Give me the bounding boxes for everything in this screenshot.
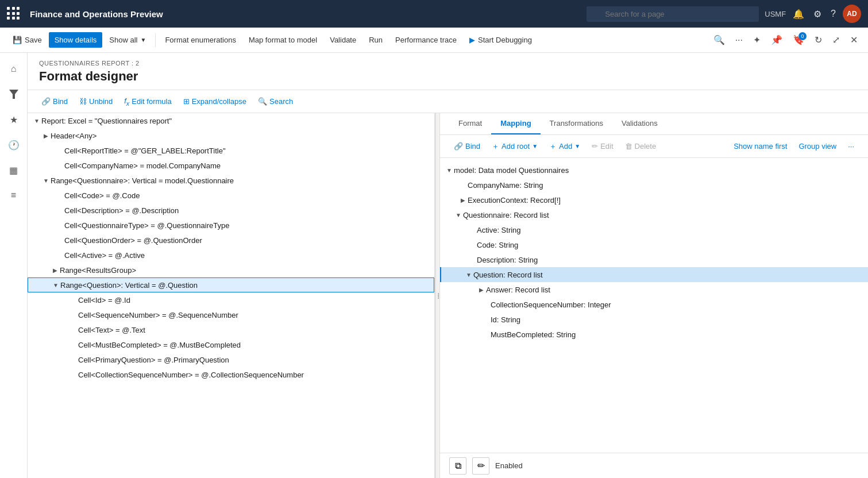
toolbar-refresh-icon[interactable]: ↻ xyxy=(811,31,825,49)
edit-formula-button[interactable]: fx Edit formula xyxy=(119,94,176,110)
tree-label-cell-sequencenumber: Cell<SequenceNumber> = @.SequenceNumber xyxy=(78,311,434,319)
mapping-item-question[interactable]: Question: Record list xyxy=(440,267,868,282)
mapping-more-button[interactable]: ··· xyxy=(843,139,859,153)
mapping-item-executioncontext[interactable]: ExecutionContext: Record[!] xyxy=(440,192,868,207)
page-search-input[interactable] xyxy=(587,6,759,22)
mapping-label-mustbecompleted: MustBeCompleted: String xyxy=(491,330,868,339)
tree-item-cell-questionorder[interactable]: Cell<QuestionOrder> = @.QuestionOrder xyxy=(28,233,434,248)
tree-label-cell-active: Cell<Active> = @.Active xyxy=(64,251,434,260)
mapping-add-root-button[interactable]: ＋ Add root ▼ xyxy=(487,138,542,155)
tab-mapping[interactable]: Mapping xyxy=(491,113,540,134)
expand-icon-header[interactable] xyxy=(41,131,51,140)
tree-item-cell-description[interactable]: Cell<Description> = @.Description xyxy=(28,203,434,218)
svg-marker-0 xyxy=(9,90,18,99)
app-grid-menu[interactable] xyxy=(7,7,21,21)
tab-format[interactable]: Format xyxy=(449,113,491,134)
sidebar-clock-icon[interactable]: 🕐 xyxy=(2,133,25,156)
validate-button[interactable]: Validate xyxy=(324,32,362,48)
tree-label-cell-code: Cell<Code> = @.Code xyxy=(64,191,434,200)
sidebar-home-icon[interactable]: ⌂ xyxy=(2,57,25,80)
tab-validations[interactable]: Validations xyxy=(612,113,667,134)
tree-item-cell-companyname[interactable]: Cell<CompanyName> = model.CompanyName xyxy=(28,158,434,173)
unbind-button[interactable]: ⛓ Unbind xyxy=(75,94,117,109)
expand-icon-executioncontext[interactable] xyxy=(458,195,468,205)
bind-button[interactable]: 🔗 Bind xyxy=(37,94,72,109)
user-avatar[interactable]: AD xyxy=(843,5,861,23)
toolbar-search-icon[interactable]: 🔍 xyxy=(710,31,728,49)
mapping-item-active[interactable]: Active: String xyxy=(440,222,868,237)
mapping-item-answer[interactable]: Answer: Record list xyxy=(440,282,868,297)
mapping-tabs: Format Mapping Transformations Validatio… xyxy=(440,113,868,135)
map-format-to-model-button[interactable]: Map format to model xyxy=(243,32,323,48)
sidebar-filter-icon[interactable] xyxy=(2,83,25,106)
tree-item-cell-id[interactable]: Cell<Id> = @.Id xyxy=(28,292,434,307)
tab-transformations[interactable]: Transformations xyxy=(541,113,612,134)
expand-icon-range-resultsgroup[interactable] xyxy=(51,265,60,275)
tree-item-cell-mustbecompleted[interactable]: Cell<MustBeCompleted> = @.MustBeComplete… xyxy=(28,337,434,352)
mapping-item-mustbecompleted[interactable]: MustBeCompleted: String xyxy=(440,327,868,342)
mapping-item-model[interactable]: model: Data model Questionnaires xyxy=(440,163,868,178)
designer-area: 🔗 Bind ⛓ Unbind fx Edit formula ⊞ Expand… xyxy=(28,90,868,478)
mapping-item-description[interactable]: Description: String xyxy=(440,252,868,267)
tree-item-cell-active[interactable]: Cell<Active> = @.Active xyxy=(28,248,434,263)
mapping-add-icon: ＋ xyxy=(549,141,557,152)
mapping-group-view-button[interactable]: Group view xyxy=(794,139,841,153)
mapping-item-collectionseq[interactable]: CollectionSequenceNumber: Integer xyxy=(440,297,868,312)
tree-item-cell-collectionseq[interactable]: Cell<CollectionSequenceNumber> = @.Colle… xyxy=(28,367,434,382)
toolbar-more-icon[interactable]: ··· xyxy=(732,32,746,49)
mapping-edit-button[interactable]: ✏ Edit xyxy=(587,139,618,153)
tree-item-cell-primaryquestion[interactable]: Cell<PrimaryQuestion> = @.PrimaryQuestio… xyxy=(28,352,434,367)
tree-item-cell-code[interactable]: Cell<Code> = @.Code xyxy=(28,188,434,203)
help-icon[interactable]: ? xyxy=(828,6,838,21)
tree-item-cell-text[interactable]: Cell<Text> = @.Text xyxy=(28,322,434,337)
expand-icon-range-question[interactable] xyxy=(51,280,60,290)
expand-icon-answer[interactable] xyxy=(477,285,486,294)
page-header: QUESTIONNAIRES REPORT : 2 Format designe… xyxy=(28,53,868,90)
run-button[interactable]: Run xyxy=(363,32,388,48)
toolbar-pin-icon[interactable]: 📌 xyxy=(767,31,786,49)
tree-item-range-resultsgroup[interactable]: Range<ResultsGroup> xyxy=(28,263,434,277)
settings-icon[interactable]: ⚙ xyxy=(811,6,824,22)
search-button[interactable]: 🔍 Search xyxy=(253,94,298,109)
sidebar-star-icon[interactable]: ★ xyxy=(2,108,25,131)
tree-item-cell-questionnairetype[interactable]: Cell<QuestionnaireType> = @.Questionnair… xyxy=(28,218,434,233)
show-details-button[interactable]: Show details xyxy=(49,32,103,48)
mapping-edit-formula-button[interactable]: ✏ xyxy=(472,457,489,475)
expand-icon-questionnaire[interactable] xyxy=(454,210,463,219)
show-all-button[interactable]: Show all ▼ xyxy=(103,32,152,48)
tree-item-range-questionnaire[interactable]: Range<Questionnaire>: Vertical = model.Q… xyxy=(28,173,434,188)
mapping-copy-button[interactable]: ⧉ xyxy=(449,457,466,475)
tree-item-report[interactable]: Report: Excel = "Questionnaires report" xyxy=(28,113,434,128)
mapping-item-code[interactable]: Code: String xyxy=(440,237,868,252)
sidebar-list-icon[interactable]: ≡ xyxy=(2,184,25,207)
mapping-item-idstring[interactable]: Id: String xyxy=(440,312,868,327)
mapping-delete-button[interactable]: 🗑 Delete xyxy=(620,139,661,153)
mapping-item-questionnaire[interactable]: Questionnaire: Record list xyxy=(440,207,868,222)
toolbar-connector-icon[interactable]: ✦ xyxy=(750,31,764,49)
tree-item-range-question[interactable]: Range<Question>: Vertical = @.Question xyxy=(28,277,434,292)
format-enumerations-button[interactable]: Format enumerations xyxy=(159,32,242,48)
tree-item-cell-reporttitle[interactable]: Cell<ReportTitle> = @"GER_LABEL:ReportTi… xyxy=(28,143,434,158)
tree-label-header: Header<Any> xyxy=(51,132,434,140)
toolbar-close-icon[interactable]: ✕ xyxy=(847,31,861,49)
mapping-bind-button[interactable]: 🔗 Bind xyxy=(449,139,485,153)
expand-icon-model[interactable] xyxy=(445,165,454,175)
start-debugging-button[interactable]: ▶ Start Debugging xyxy=(464,32,538,48)
toolbar-maximize-icon[interactable]: ⤢ xyxy=(829,31,843,49)
mapping-add-button[interactable]: ＋ Add ▼ xyxy=(545,138,585,155)
expand-collapse-button[interactable]: ⊞ Expand/collapse xyxy=(179,94,251,109)
tree-item-cell-sequencenumber[interactable]: Cell<SequenceNumber> = @.SequenceNumber xyxy=(28,307,434,322)
sidebar-table-icon[interactable]: ▦ xyxy=(2,159,25,182)
mapping-item-companyname[interactable]: CompanyName: String xyxy=(440,178,868,192)
expand-icon-question[interactable] xyxy=(464,270,473,279)
bell-icon[interactable]: 🔔 xyxy=(790,6,807,22)
save-button[interactable]: 💾 Save xyxy=(7,32,48,48)
mapping-label-questionnaire: Questionnaire: Record list xyxy=(463,211,868,219)
expand-icon-range-questionnaire[interactable] xyxy=(41,176,51,185)
mapping-show-name-button[interactable]: Show name first xyxy=(729,139,792,153)
tree-label-cell-collectionseq: Cell<CollectionSequenceNumber> = @.Colle… xyxy=(78,371,434,379)
split-divider[interactable]: ⁞ xyxy=(435,113,440,478)
performance-trace-button[interactable]: Performance trace xyxy=(389,32,462,48)
tree-item-header[interactable]: Header<Any> xyxy=(28,128,434,143)
expand-icon-report[interactable] xyxy=(32,116,41,125)
